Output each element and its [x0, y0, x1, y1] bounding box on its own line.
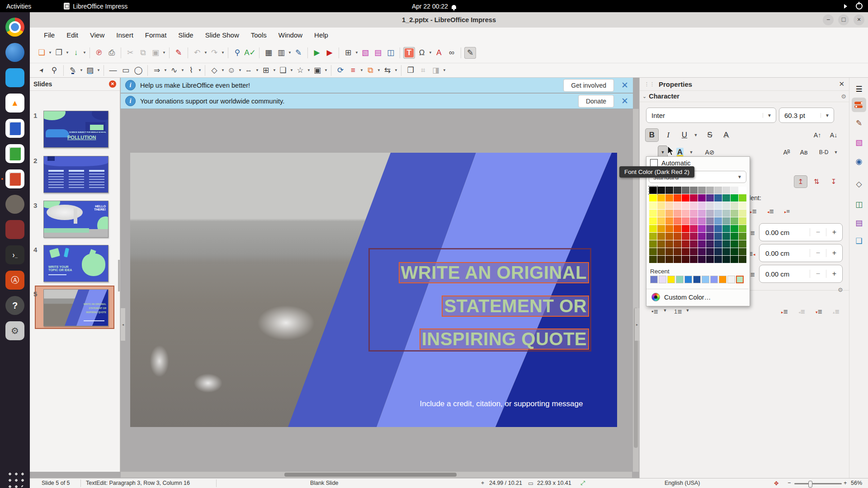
color-swatch[interactable] — [731, 225, 738, 232]
color-swatch[interactable] — [682, 194, 689, 202]
tab-master-slides[interactable]: ❑ — [852, 234, 866, 248]
grow-font-button[interactable]: A↑ — [811, 128, 824, 142]
lines-arrows-dropdown-icon[interactable]: ▼ — [163, 68, 168, 72]
insert-media-icon[interactable]: ▤ — [372, 47, 384, 59]
insert-textbox-icon[interactable]: T — [403, 47, 415, 59]
color-swatch[interactable] — [722, 256, 730, 263]
undo-dropdown-icon[interactable]: ▼ — [203, 51, 208, 55]
filter-icon[interactable]: ◨ — [430, 65, 442, 76]
color-swatch[interactable] — [657, 202, 665, 209]
workspace[interactable]: i Help us make LibreOffice even better! … — [121, 78, 639, 478]
fill-color-dropdown-icon[interactable]: ▼ — [96, 68, 101, 72]
recent-color-swatch[interactable] — [710, 276, 718, 283]
settings-icon[interactable]: ⚙ — [5, 321, 24, 340]
terminal-icon[interactable]: ❯_ — [5, 245, 24, 264]
color-swatch[interactable] — [674, 194, 681, 202]
color-swatch[interactable] — [698, 248, 706, 255]
new-document-icon[interactable]: ❏ — [36, 47, 47, 59]
color-swatch[interactable] — [657, 210, 665, 217]
color-swatch[interactable] — [665, 233, 673, 240]
color-swatch[interactable] — [690, 202, 698, 209]
toolbox-icon[interactable] — [5, 220, 24, 239]
indent-before-spinner[interactable]: 0.00 cm−+ — [759, 223, 843, 241]
color-swatch[interactable] — [657, 256, 665, 263]
display-views-icon[interactable]: ▥ — [275, 47, 287, 59]
font-name-combobox[interactable]: Inter▼ — [646, 108, 776, 123]
recent-color-swatch[interactable] — [736, 276, 744, 283]
color-swatch[interactable] — [698, 240, 706, 248]
color-swatch[interactable] — [665, 248, 673, 255]
plus-button[interactable]: + — [826, 249, 842, 257]
color-swatch[interactable] — [690, 225, 698, 232]
copy-icon[interactable]: ⧉ — [137, 47, 149, 59]
recent-color-swatch[interactable] — [693, 276, 701, 283]
curves-polygons-dropdown-icon[interactable]: ▼ — [180, 68, 185, 72]
tab-animation[interactable]: ▤ — [852, 216, 866, 230]
menu-slide-show[interactable]: Slide Show — [199, 29, 245, 41]
superscript-button[interactable]: Aᴮ — [780, 145, 793, 159]
open-dropdown-icon[interactable]: ▼ — [65, 51, 70, 55]
paste-dropdown-icon[interactable]: ▼ — [162, 51, 166, 55]
vertical-scrollbar[interactable] — [633, 109, 639, 472]
color-swatch[interactable] — [674, 225, 681, 232]
color-swatch[interactable] — [690, 217, 698, 225]
undo-icon[interactable]: ↶ — [191, 47, 203, 59]
align-objects-dropdown-icon[interactable]: ▼ — [359, 68, 364, 72]
recent-color-swatch[interactable] — [719, 276, 726, 283]
color-swatch[interactable] — [665, 194, 673, 202]
callouts-dropdown-icon[interactable]: ▼ — [289, 68, 294, 72]
color-swatch[interactable] — [682, 210, 689, 217]
arrange-objects-dropdown-icon[interactable]: ▼ — [377, 68, 381, 72]
color-swatch[interactable] — [682, 240, 689, 248]
color-swatch[interactable] — [698, 256, 706, 263]
symbol-shapes-dropdown-icon[interactable]: ▼ — [238, 68, 242, 72]
color-swatch[interactable] — [682, 248, 689, 255]
show-draw-functions-icon[interactable]: ✎ — [464, 47, 476, 59]
slide-thumbnail-2[interactable]: 2 — [33, 156, 108, 193]
color-swatch[interactable] — [706, 210, 714, 217]
rectangle-icon[interactable]: ▭ — [120, 65, 132, 76]
flowchart-icon[interactable]: ⊞ — [260, 65, 272, 76]
clone-formatting-icon[interactable]: ✎ — [173, 47, 184, 59]
color-swatch[interactable] — [665, 256, 673, 263]
subscript-button[interactable]: Aʙ — [797, 145, 811, 159]
save-icon[interactable]: ↓ — [70, 47, 82, 59]
minus-button[interactable]: − — [810, 270, 826, 278]
3d-objects-icon[interactable]: ▣ — [311, 65, 323, 76]
special-character-icon[interactable]: Ω — [416, 47, 428, 59]
curves-polygons-icon[interactable]: ∿ — [168, 65, 180, 76]
menu-window[interactable]: Window — [273, 29, 308, 41]
color-swatch[interactable] — [649, 225, 657, 232]
stars-banners-dropdown-icon[interactable]: ▼ — [307, 68, 311, 72]
basic-shapes-dropdown-icon[interactable]: ▼ — [221, 68, 225, 72]
color-swatch[interactable] — [674, 210, 681, 217]
mail-icon[interactable] — [5, 43, 24, 62]
connectors-dropdown-icon[interactable]: ▼ — [198, 68, 202, 72]
color-swatch[interactable] — [739, 217, 746, 225]
color-swatch[interactable] — [682, 217, 689, 225]
menu-edit[interactable]: Edit — [61, 29, 84, 41]
character-spacing-button[interactable]: B‑D — [817, 145, 830, 159]
open-icon[interactable]: ❐ — [53, 47, 65, 59]
tab-navigator[interactable]: ◉ — [852, 154, 866, 169]
color-swatch[interactable] — [649, 194, 657, 202]
slide-thumbnail-5[interactable]: 5WRITE AN ORIGINALSTATEMENT ORINSPIRING … — [33, 289, 108, 326]
color-swatch[interactable] — [698, 225, 706, 232]
menu-view[interactable]: View — [84, 29, 110, 41]
language-status[interactable]: English (USA) — [665, 480, 700, 486]
color-swatch[interactable] — [739, 187, 746, 194]
color-swatch[interactable] — [682, 187, 689, 194]
underline-dropdown-icon[interactable]: ▼ — [691, 128, 700, 142]
callouts-icon[interactable]: ❑ — [277, 65, 289, 76]
color-swatch[interactable] — [690, 256, 698, 263]
plus-button[interactable]: + — [826, 270, 842, 278]
color-swatch[interactable] — [739, 248, 746, 255]
chevron-down-icon[interactable]: ▼ — [821, 113, 834, 118]
color-swatch[interactable] — [714, 248, 722, 255]
slide-thumbnail-4[interactable]: 4WRITE YOUR TOPIC OR IDEA — [33, 245, 108, 282]
minus-button[interactable]: − — [810, 249, 826, 257]
deck-close-icon[interactable]: ✕ — [839, 80, 844, 88]
color-swatch[interactable] — [739, 194, 746, 202]
sidebar-menu-icon[interactable]: ☰ — [852, 82, 866, 96]
unordered-list-icon[interactable]: •≣ — [651, 308, 658, 315]
